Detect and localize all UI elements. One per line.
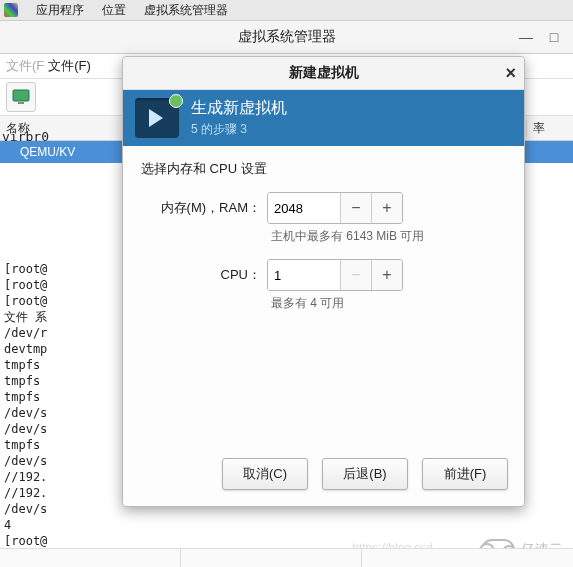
cpu-increment-button[interactable]: + <box>371 260 402 290</box>
terminal-virbr: virbr0 <box>2 129 49 144</box>
dialog-body: 选择内存和 CPU 设置 内存(M)，RAM： − + 主机中最多有 6143 … <box>123 146 524 446</box>
close-icon[interactable]: × <box>505 63 516 84</box>
vmm-title: 虚拟系统管理器 <box>238 28 336 46</box>
cpu-spinner: − + <box>267 259 403 291</box>
cpu-input[interactable] <box>268 260 340 290</box>
dialog-titlebar: 新建虚拟机 × <box>123 57 524 90</box>
dialog-title: 新建虚拟机 <box>289 64 359 82</box>
monitor-icon <box>12 89 30 105</box>
section-label: 选择内存和 CPU 设置 <box>141 160 506 178</box>
menu-vmm[interactable]: 虚拟系统管理器 <box>144 2 228 19</box>
svg-rect-1 <box>18 102 24 104</box>
terminal-output: [root@ [root@ [root@ 文件 系 /dev/r devtmp … <box>4 261 47 549</box>
ram-row: 内存(M)，RAM： − + <box>141 192 506 224</box>
cancel-button[interactable]: 取消(C) <box>222 458 308 490</box>
ram-hint: 主机中最多有 6143 MiB 可用 <box>271 228 506 245</box>
statusbar <box>0 548 573 567</box>
svg-rect-0 <box>13 90 29 101</box>
ram-input[interactable] <box>268 193 340 223</box>
back-button[interactable]: 后退(B) <box>322 458 408 490</box>
maximize-icon[interactable]: □ <box>547 30 561 44</box>
ram-increment-button[interactable]: + <box>371 193 402 223</box>
file-menu-shadow: 文件(F <box>6 57 44 75</box>
vm-create-icon <box>135 98 179 138</box>
ram-spinner: − + <box>267 192 403 224</box>
dialog-header-subtitle: 5 的步骤 3 <box>191 121 287 138</box>
system-taskbar: 应用程序 位置 虚拟系统管理器 <box>0 0 573 21</box>
cpu-hint: 最多有 4 可用 <box>271 295 506 312</box>
minimize-icon[interactable]: — <box>519 30 533 44</box>
vmm-titlebar: 虚拟系统管理器 — □ <box>0 21 573 54</box>
new-vm-dialog: 新建虚拟机 × 生成新虚拟机 5 的步骤 3 选择内存和 CPU 设置 内存(M… <box>122 56 525 507</box>
col-rate[interactable]: 率 <box>527 120 573 137</box>
ram-decrement-button[interactable]: − <box>340 193 371 223</box>
dialog-header-title: 生成新虚拟机 <box>191 98 287 119</box>
applications-icon <box>4 3 18 17</box>
dialog-footer: 取消(C) 后退(B) 前进(F) <box>123 446 524 506</box>
file-menu[interactable]: 文件(F) <box>48 57 91 75</box>
forward-button[interactable]: 前进(F) <box>422 458 508 490</box>
ram-label: 内存(M)，RAM： <box>141 199 267 217</box>
menu-applications[interactable]: 应用程序 <box>36 2 84 19</box>
dialog-header: 生成新虚拟机 5 的步骤 3 <box>123 90 524 146</box>
new-vm-toolbar-button[interactable] <box>6 82 36 112</box>
cpu-decrement-button: − <box>340 260 371 290</box>
cpu-label: CPU： <box>141 266 267 284</box>
cpu-row: CPU： − + <box>141 259 506 291</box>
menu-places[interactable]: 位置 <box>102 2 126 19</box>
